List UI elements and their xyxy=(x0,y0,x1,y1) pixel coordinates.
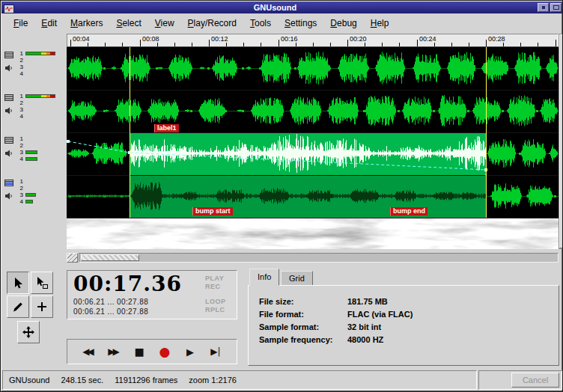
status-cancel-panel: Cancel xyxy=(478,370,562,390)
track-4-speaker-icon[interactable] xyxy=(4,189,13,197)
seek-start-button[interactable]: ◀◀ xyxy=(78,342,100,361)
menu-select[interactable]: Select xyxy=(109,16,147,31)
ruler-tick xyxy=(140,40,141,46)
menu-settings[interactable]: Settings xyxy=(278,16,323,31)
track-4-channel-4[interactable]: 4 xyxy=(17,198,23,205)
horizontal-scrollbar-thumb[interactable] xyxy=(81,254,139,261)
menu-debug[interactable]: Debug xyxy=(323,16,363,31)
rplc-indicator: RPLC xyxy=(205,306,232,314)
region-select-tool-button[interactable] xyxy=(31,272,53,294)
track-1-channel-2[interactable]: 2 xyxy=(17,57,23,64)
waveform-canvas[interactable]: label1 bump start bump end xyxy=(67,47,559,218)
track-2-speaker-icon[interactable] xyxy=(4,104,13,111)
track-1-channel-3[interactable]: 3 xyxy=(17,64,23,70)
ruler-tick xyxy=(365,43,365,46)
ruler-tick xyxy=(538,43,538,46)
tab-info[interactable]: Info xyxy=(249,269,279,286)
track-2-mode-icon[interactable] xyxy=(4,94,13,101)
record-button[interactable]: ● xyxy=(154,342,176,361)
ruler-tick xyxy=(88,43,88,46)
track-4-controls: 1 2 3 4 xyxy=(4,177,64,210)
track-1-speaker-icon[interactable] xyxy=(4,61,13,69)
titlebar[interactable]: GNUsound xyxy=(1,1,563,13)
track-2-channel-4[interactable]: 4 xyxy=(17,113,23,120)
track-1-mode-icon[interactable] xyxy=(4,52,13,58)
time-display-panel: 00:17.36 00:06.21 ... 00:27.88 00:06.21 … xyxy=(67,270,237,319)
menu-tools[interactable]: Tools xyxy=(243,16,278,31)
vertical-scrollbar-thumb[interactable] xyxy=(559,34,563,248)
ruler-tick xyxy=(330,43,331,46)
play-indicator: PLAY xyxy=(205,275,232,283)
ruler-label: 00:20 xyxy=(350,35,367,43)
track-3-level-meter xyxy=(25,150,37,154)
track-4-channel-1[interactable]: 1 xyxy=(17,178,23,185)
select-tool-button[interactable] xyxy=(7,272,29,294)
track-3-speaker-icon[interactable] xyxy=(4,147,13,154)
ruler-tick xyxy=(243,43,244,46)
ruler-label: 00:16 xyxy=(281,35,298,43)
track-4-channel-3[interactable]: 3 xyxy=(17,192,23,198)
track-3-channel-3[interactable]: 3 xyxy=(17,149,23,156)
pencil-tool-button[interactable] xyxy=(7,295,29,318)
track-1-channel-4[interactable]: 4 xyxy=(17,70,23,77)
window-menu-icon[interactable] xyxy=(4,3,14,12)
transport-bar: ◀◀ ▶▶ ■ ● ▶ ▶| xyxy=(67,339,237,364)
play-to-end-button[interactable]: ▶| xyxy=(205,342,227,361)
track-4-channel-2[interactable]: 2 xyxy=(17,185,23,192)
track-2-channel-2[interactable]: 2 xyxy=(17,99,23,106)
time-ruler[interactable]: 00:0400:0800:1200:1600:2000:2400:28 xyxy=(67,34,559,47)
track-3-channel-2[interactable]: 2 xyxy=(17,142,23,149)
menu-edit[interactable]: Edit xyxy=(34,16,64,31)
info-notebook: Info Grid File size: 181.75 MB File form… xyxy=(248,269,559,366)
stop-button[interactable]: ■ xyxy=(129,342,150,361)
menu-markers[interactable]: Markers xyxy=(64,16,109,31)
horizontal-scrollbar[interactable] xyxy=(79,253,559,263)
ruler-tick xyxy=(451,43,452,46)
track-2-channel-3[interactable]: 3 xyxy=(17,106,23,113)
track-2-level-meter xyxy=(25,94,55,98)
iconify-button[interactable] xyxy=(538,3,549,12)
track-2-controls: 1 2 3 4 xyxy=(4,92,64,125)
ruler-tick xyxy=(382,43,383,46)
pane-resize-grip[interactable] xyxy=(67,253,78,263)
status-frames: 11911296 frames xyxy=(115,376,177,385)
pointer-box-icon xyxy=(35,276,49,290)
ruler-tick xyxy=(556,40,556,46)
seek-end-button[interactable]: ▶▶ xyxy=(103,342,125,361)
vertical-scrollbar[interactable] xyxy=(559,34,563,249)
info-row-sample-format: Sample format: 32 bit int xyxy=(259,321,548,334)
track-3-level-meter-2 xyxy=(25,157,37,161)
track-4-mode-icon[interactable] xyxy=(4,180,13,186)
track-4-level-meter xyxy=(25,193,36,197)
maximize-button[interactable] xyxy=(550,3,562,12)
loop-indicator: LOOP xyxy=(205,298,232,306)
cancel-button[interactable]: Cancel xyxy=(511,373,559,388)
move-tool-button[interactable] xyxy=(17,321,40,343)
track-1-channel-1[interactable]: 1 xyxy=(17,50,23,57)
ruler-tick xyxy=(192,43,192,46)
overview-strip xyxy=(67,218,559,249)
tab-grid[interactable]: Grid xyxy=(281,271,313,286)
ruler-tick xyxy=(174,43,175,46)
gnusound-window: GNUsound File Edit Markers Select View P… xyxy=(0,0,563,392)
crosshair-tool-button[interactable] xyxy=(31,295,53,318)
track-3-channel-1[interactable]: 1 xyxy=(17,135,23,142)
menu-play-record[interactable]: Play/Record xyxy=(181,16,243,31)
rec-indicator: REC xyxy=(205,283,232,291)
info-value: 181.75 MB xyxy=(347,295,388,308)
status-zoom: zoom 1:2176 xyxy=(189,376,237,385)
status-bar: GNUsound 248.15 sec. 11911296 frames zoo… xyxy=(2,370,477,390)
track-2-channel-1[interactable]: 1 xyxy=(17,93,23,99)
menu-view[interactable]: View xyxy=(148,16,181,31)
track-3-mode-icon[interactable] xyxy=(4,137,13,144)
track-3-channel-4[interactable]: 4 xyxy=(17,156,23,162)
loop-range: 00:06.21 ... 00:27.88 xyxy=(73,307,205,316)
menu-help[interactable]: Help xyxy=(364,16,396,31)
info-row-sample-frequency: Sample frequency: 48000 HZ xyxy=(259,334,548,346)
maximize-icon xyxy=(553,5,559,10)
menu-file[interactable]: File xyxy=(7,16,34,31)
info-label: File size: xyxy=(259,295,347,308)
track-3-controls: 1 2 3 4 xyxy=(4,135,64,168)
play-button[interactable]: ▶ xyxy=(180,342,201,361)
info-row-file-size: File size: 181.75 MB xyxy=(259,295,548,308)
